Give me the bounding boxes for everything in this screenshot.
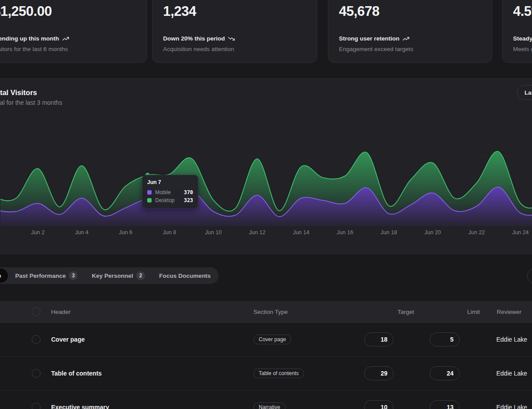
stat-value: 1,234 xyxy=(163,3,306,20)
series-color-swatch xyxy=(147,190,152,195)
chart-subtitle: Total for the last 3 months xyxy=(0,99,62,107)
reviewer-name: Eddie Lake xyxy=(496,323,527,356)
time-range-label: Last 3 months xyxy=(525,89,532,96)
section-type-badge: Narrative xyxy=(253,402,286,409)
table-header-row: Header Section Type Target Limit Reviewe… xyxy=(0,301,532,323)
stat-card-total-revenue: $1,250.00 Trending up this month Visitor… xyxy=(0,0,147,63)
stat-trend: Steady performance increase xyxy=(513,35,532,42)
x-axis-tick-label: Jun 22 xyxy=(463,229,490,236)
column-header-header: Header xyxy=(51,301,71,322)
stat-value: 4.5% xyxy=(513,3,532,20)
trending-up-icon xyxy=(62,35,69,42)
stat-value: $1,250.00 xyxy=(0,3,136,20)
tab-label: Focus Documents xyxy=(159,273,211,279)
x-axis-tick-label: Jun 18 xyxy=(376,229,402,236)
reviewer-name: Eddie Lake xyxy=(496,357,527,390)
tooltip-title: Jun 7 xyxy=(147,179,193,185)
stat-card-growth-rate: 4.5% Steady performance increase Meets g… xyxy=(502,0,532,63)
tab-outline[interactable]: Outline xyxy=(0,269,8,283)
row-checkbox[interactable] xyxy=(32,335,41,344)
x-axis-tick-label: Jun 10 xyxy=(200,229,227,236)
tab-label: Past Performance xyxy=(15,273,66,279)
column-header-reviewer: Reviewer xyxy=(497,301,521,322)
stat-trend: Strong user retention xyxy=(339,35,481,42)
row-header-text[interactable]: Executive summary xyxy=(51,391,109,409)
x-axis-tick-label: Jun 4 xyxy=(69,229,95,236)
column-header-target: Target xyxy=(398,301,414,322)
x-axis-tick-label: Jun 8 xyxy=(156,229,183,236)
tooltip-series-label: Mobile xyxy=(155,189,171,195)
time-range-toggle[interactable]: Last 3 months xyxy=(517,85,532,100)
tooltip-series-label: Desktop xyxy=(155,197,175,203)
series-color-swatch xyxy=(147,198,152,203)
x-axis-tick-label: Jun 6 xyxy=(112,229,139,236)
stat-value: 45,678 xyxy=(339,3,481,20)
x-axis-tick-label: Jun 2 xyxy=(25,229,51,236)
tab-key-personnel[interactable]: Key Personnel2 xyxy=(85,269,152,283)
section-tabs: OutlinePast Performance3Key Personnel2Fo… xyxy=(0,267,219,284)
select-all-checkbox[interactable] xyxy=(32,307,41,316)
table-row: Cover page Cover page Eddie Lake xyxy=(0,323,532,357)
target-input[interactable] xyxy=(364,366,394,380)
tab-count-badge: 3 xyxy=(69,271,78,280)
stat-description: Acquisition needs attention xyxy=(163,45,306,53)
stat-trend-label: Steady performance increase xyxy=(513,35,532,42)
target-input[interactable] xyxy=(364,400,394,409)
tab-past-performance[interactable]: Past Performance3 xyxy=(9,269,85,283)
stat-description: Engagement exceed targets xyxy=(339,45,481,53)
sections-table: Header Section Type Target Limit Reviewe… xyxy=(0,301,532,409)
stat-trend-label: Trending up this month xyxy=(0,35,59,42)
limit-input[interactable] xyxy=(430,332,460,346)
target-input[interactable] xyxy=(364,332,394,346)
stat-trend: Down 20% this period xyxy=(163,35,306,42)
tooltip-series-value: 323 xyxy=(184,197,193,203)
chart-header: Total Visitors Total for the last 3 mont… xyxy=(0,88,62,107)
chart-title: Total Visitors xyxy=(0,88,62,97)
area-chart-svg xyxy=(0,111,532,248)
total-visitors-card: Total Visitors Total for the last 3 mont… xyxy=(0,78,532,254)
x-axis-tick-label: Jun 14 xyxy=(288,229,314,236)
row-header-text[interactable]: Table of contents xyxy=(51,357,102,390)
column-header-limit: Limit xyxy=(467,301,480,322)
reviewer-name: Eddie Lake xyxy=(496,391,527,409)
row-checkbox[interactable] xyxy=(32,369,41,378)
customize-columns-button[interactable] xyxy=(527,269,532,284)
x-axis-tick-label: Jun 12 xyxy=(244,229,271,236)
column-header-section-type: Section Type xyxy=(253,301,288,322)
limit-input[interactable] xyxy=(430,400,460,409)
tooltip-row: Desktop323 xyxy=(147,196,193,204)
x-axis-tick-label: Jun 20 xyxy=(420,229,446,236)
tab-focus-documents[interactable]: Focus Documents xyxy=(153,269,217,283)
section-type-badge: Table of contents xyxy=(253,368,304,378)
tooltip-series-value: 370 xyxy=(184,189,193,195)
x-axis-tick-label: Jun 24 xyxy=(507,229,532,236)
trending-down-icon xyxy=(228,35,235,42)
stat-trend-label: Down 20% this period xyxy=(163,35,225,42)
chart-tooltip: Jun 7 Mobile370Desktop323 xyxy=(142,175,198,209)
table-row: Executive summary Narrative Eddie Lake xyxy=(0,391,532,409)
row-checkbox[interactable] xyxy=(32,403,41,409)
row-header-text[interactable]: Cover page xyxy=(51,323,85,356)
dashboard-page: { "cards": [ {"value": "$1,250.00", "tre… xyxy=(0,0,532,409)
stat-trend: Trending up this month xyxy=(0,35,136,42)
x-axis-tick-label: Jun 16 xyxy=(332,229,358,236)
visitors-area-chart: Jun 2Jun 4Jun 6Jun 8Jun 10Jun 12Jun 14Ju… xyxy=(0,111,532,248)
trending-up-icon xyxy=(402,35,409,42)
stat-card-new-customers: 1,234 Down 20% this period Acquisition n… xyxy=(152,0,317,63)
stat-description: Meets growth projections xyxy=(513,45,532,53)
stat-trend-label: Strong user retention xyxy=(339,35,399,42)
stat-card-active-accounts: 45,678 Strong user retention Engagement … xyxy=(328,0,492,63)
tab-label: Key Personnel xyxy=(92,273,133,279)
table-row: Table of contents Table of contents Eddi… xyxy=(0,357,532,391)
limit-input[interactable] xyxy=(430,366,460,380)
tab-label: Outline xyxy=(0,273,1,279)
section-type-badge: Cover page xyxy=(253,335,291,344)
tab-count-badge: 2 xyxy=(136,271,145,280)
stat-description: Visitors for the last 6 months xyxy=(0,45,136,53)
tooltip-row: Mobile370 xyxy=(147,188,193,196)
